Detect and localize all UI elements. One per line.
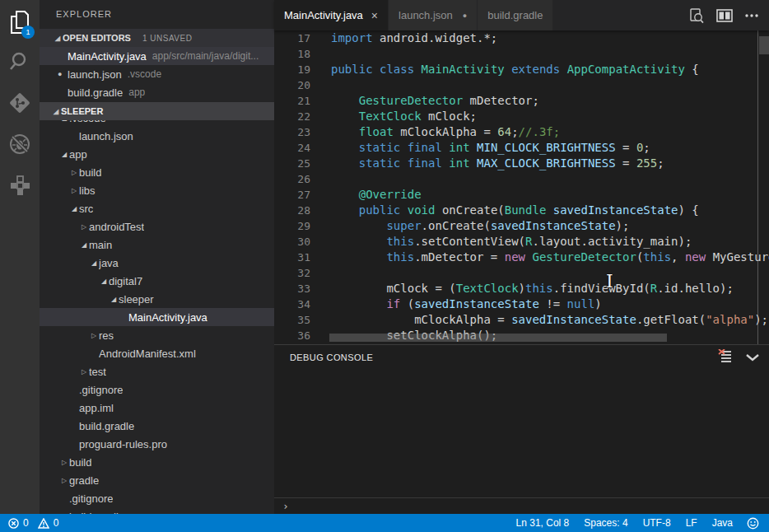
tab-label: launch.json [398,9,453,21]
dirty-dot-icon[interactable]: ● [463,12,467,20]
code-line[interactable]: 21 GestureDetector mDetector; [274,93,769,109]
close-panel-icon[interactable] [746,350,759,365]
line-number: 18 [274,46,310,62]
line-number: 28 [274,203,310,218]
debug-icon[interactable] [0,124,40,164]
debug-console-output[interactable] [274,370,769,497]
chevron-collapsed-icon: ▷ [89,332,99,339]
chevron-collapsed-icon: ▷ [79,223,89,231]
tree-item[interactable]: app.iml [40,399,274,417]
code-line[interactable]: 20 [274,77,769,93]
tree-item[interactable]: .gitignore [40,489,274,507]
chevron-expanded-icon: ◢ [59,151,69,158]
code-editor[interactable]: 17import android.widget.*;1819public cla… [274,30,769,344]
tree-item-label: build.gradle [79,420,134,432]
open-editor-item[interactable]: MainActivity.javaapp/src/main/java/digit… [40,47,274,65]
horizontal-scrollbar-thumb[interactable] [329,334,667,342]
line-number: 33 [274,281,310,296]
tree-item[interactable]: ▷build [40,163,274,181]
code-line[interactable]: 19public class MainActivity extends AppC… [274,62,769,77]
open-editor-item[interactable]: ●launch.json.vscode [40,65,274,83]
tree-item[interactable]: .gitignore [40,380,274,399]
code-line[interactable]: 31 this.mDetector = new GestureDetector(… [274,250,769,265]
editor-tab[interactable]: build.gradle [478,0,553,30]
error-count: 0 [23,517,29,529]
explorer-sidebar: EXPLORER ◢ OPEN EDITORS 1 UNSAVED MainAc… [40,0,274,514]
tree-item[interactable]: build.gradle [40,417,274,435]
debug-console-input[interactable]: › [274,497,769,514]
line-number: 36 [274,328,310,343]
editor-tab[interactable]: MainActivity.java× [274,0,389,30]
status-item[interactable]: LF [678,517,705,529]
explorer-icon[interactable]: 1 [0,2,40,42]
status-item[interactable]: Ln 31, Col 8 [509,517,577,529]
tree-item[interactable]: ◢digital7 [40,272,274,290]
tree-item[interactable]: ◢sleeper [40,290,274,308]
code-line[interactable]: 24 static final int MIN_CLOCK_BRIGHTNESS… [274,140,769,156]
feedback-smiley-icon[interactable] [740,517,761,530]
code-line[interactable]: 34 if (savedInstanceState != null) [274,296,769,312]
split-editor-icon[interactable] [716,9,733,22]
tree-item[interactable]: ◢main [40,236,274,254]
line-number: 29 [274,218,310,234]
vertical-scrollbar-thumb[interactable] [759,36,769,54]
tree-item[interactable]: ▷build [40,453,274,471]
status-bar: 0 0 Ln 31, Col 8Spaces: 4UTF-8LFJava [0,514,769,532]
line-number: 35 [274,312,310,328]
tree-item[interactable]: ◢src [40,199,274,217]
chevron-collapsed-icon: ▷ [69,187,79,194]
status-item[interactable]: UTF-8 [636,517,678,529]
tree-item[interactable]: MainActivity.java [40,308,274,326]
code-line[interactable]: 27 @Override [274,187,769,203]
open-preview-icon[interactable] [688,7,705,24]
code-line[interactable]: 33 mClock = (TextClock)this.findViewById… [274,281,769,296]
open-editor-item[interactable]: build.gradleapp [40,83,274,101]
clear-console-icon[interactable] [718,349,733,366]
tree-item[interactable]: launch.json [40,127,274,145]
code-line[interactable]: 35 mClockAlpha = savedInstanceState.getF… [274,312,769,328]
tree-item[interactable]: ▷res [40,326,274,344]
tree-item[interactable]: ▷gradle [40,471,274,489]
code-line[interactable]: 32 [274,265,769,281]
file-tree: ◢ SLEEPER ◢.vscodelaunch.json◢app▷build▷… [40,102,274,514]
editor-tab[interactable]: launch.json● [389,0,478,30]
activity-bar: 1 [0,0,40,514]
explorer-badge: 1 [21,26,35,39]
code-line[interactable]: 29 super.onCreate(savedInstanceState); [274,218,769,234]
code-text: import android.widget.*; [310,30,497,46]
more-actions-icon[interactable] [744,13,759,18]
workspace-root-header[interactable]: ◢ SLEEPER [40,102,274,120]
code-line[interactable]: 18 [274,46,769,62]
extensions-icon[interactable] [0,166,40,205]
vertical-scrollbar[interactable] [757,30,769,344]
tree-item-label: launch.json [79,130,133,142]
code-text: static final int MIN_CLOCK_BRIGHTNESS = … [310,140,650,156]
tree-item-label: .gitignore [79,384,123,396]
tree-item[interactable]: build.gradle [40,507,274,514]
search-icon[interactable] [0,42,40,82]
code-line[interactable]: 26 [274,171,769,187]
line-number: 17 [274,30,310,46]
panel-title: DEBUG CONSOLE [290,352,373,362]
tree-item[interactable]: ▷libs [40,181,274,199]
code-line[interactable]: 22 TextClock mClock; [274,109,769,124]
open-editors-header[interactable]: ◢ OPEN EDITORS 1 UNSAVED [40,29,274,47]
problems-status[interactable]: 0 0 [8,517,58,529]
close-tab-icon[interactable]: × [371,10,378,21]
code-line[interactable]: 30 this.setContentView(R.layout.activity… [274,234,769,250]
tab-label: MainActivity.java [284,9,363,21]
tree-item[interactable]: ◢app [40,145,274,163]
status-item[interactable]: Java [705,517,740,529]
code-line[interactable]: 23 float mClockAlpha = 64;//.3f; [274,124,769,140]
code-line[interactable]: 17import android.widget.*; [274,30,769,46]
status-item[interactable]: Spaces: 4 [576,517,635,529]
source-control-icon[interactable] [0,83,40,123]
code-line[interactable]: 25 static final int MAX_CLOCK_BRIGHTNESS… [274,156,769,171]
tree-item[interactable]: ▷androidTest [40,217,274,236]
tree-item[interactable]: AndroidManifest.xml [40,344,274,362]
chevron-collapsed-icon: ▷ [79,368,89,376]
code-line[interactable]: 28 public void onCreate(Bundle savedInst… [274,203,769,218]
tree-item[interactable]: ◢java [40,254,274,272]
tree-item[interactable]: proguard-rules.pro [40,435,274,453]
tree-item[interactable]: ▷test [40,362,274,380]
